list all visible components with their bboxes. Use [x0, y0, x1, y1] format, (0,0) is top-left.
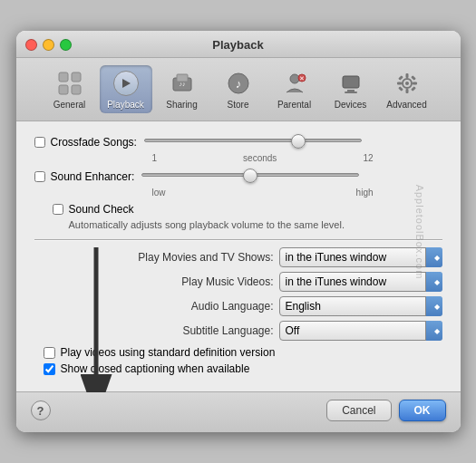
svg-rect-20 [397, 82, 402, 85]
sound-enhancer-checkbox[interactable] [34, 171, 45, 182]
section-divider [34, 239, 442, 240]
crossfade-section: Crossfade Songs: 1 seconds 12 [34, 134, 442, 163]
sharing-label: Sharing [166, 100, 197, 110]
standard-def-row: Play videos using standard definition ve… [44, 346, 442, 359]
svg-rect-24 [398, 86, 403, 92]
audio-lang-select-wrapper: English French Spanish [279, 296, 442, 316]
dropdown-area: Play Movies and TV Shows: in the iTunes … [34, 247, 442, 341]
toolbar-item-playback[interactable]: Playback [100, 65, 152, 113]
crossfade-min-label: 1 [152, 153, 158, 163]
preferences-window: Playback General [16, 31, 461, 432]
cancel-button[interactable]: Cancel [326, 400, 391, 421]
playback-icon [112, 69, 141, 98]
movies-dropdown-label: Play Movies and TV Shows: [138, 251, 273, 264]
watermark: AppletoolBox.com [414, 184, 425, 279]
svg-text:♪♪: ♪♪ [179, 81, 185, 87]
help-button[interactable]: ? [31, 400, 51, 420]
dropdown-row-music-videos: Play Music Videos: in the iTunes window … [107, 272, 442, 292]
bottom-bar: ? Cancel OK [16, 391, 461, 432]
toolbar-item-parental[interactable]: ✕ Parental [268, 65, 321, 113]
dropdown-row-audio-lang: Audio Language: English French Spanish [107, 296, 442, 316]
sound-check-checkbox[interactable] [53, 204, 63, 215]
svg-point-10 [290, 74, 299, 83]
svg-text:✕: ✕ [299, 75, 305, 82]
window-title: Playback [212, 38, 263, 52]
svg-rect-3 [72, 85, 81, 94]
svg-marker-4 [122, 79, 131, 88]
svg-point-17 [405, 82, 409, 85]
toolbar: General Playback ♪♪ Sharing [16, 58, 461, 121]
toolbar-item-devices[interactable]: Devices [325, 65, 377, 113]
toolbar-item-sharing[interactable]: ♪♪ Sharing [156, 65, 209, 113]
sound-enhancer-label: Sound Enhancer: [51, 170, 135, 183]
title-bar: Playback [16, 31, 461, 58]
close-button[interactable] [25, 39, 37, 51]
closed-caption-label: Show closed captioning when available [61, 362, 250, 375]
audio-lang-dropdown-label: Audio Language: [191, 300, 274, 313]
window-controls [25, 39, 72, 51]
dropdown-row-subtitle-lang: Subtitle Language: Off English French [107, 321, 442, 341]
svg-rect-19 [405, 89, 408, 93]
sound-check-section: Sound Check Automatically adjusts song p… [34, 203, 442, 230]
store-label: Store [228, 100, 249, 110]
general-label: General [53, 100, 86, 110]
svg-rect-25 [411, 86, 416, 92]
sound-enhancer-max-label: high [356, 188, 374, 198]
advanced-icon [393, 69, 422, 98]
svg-rect-0 [59, 72, 68, 82]
general-icon [55, 69, 84, 98]
audio-lang-dropdown[interactable]: English French Spanish [279, 296, 442, 316]
standard-def-checkbox[interactable] [44, 347, 55, 359]
crossfade-label: Crossfade Songs: [51, 136, 137, 149]
toolbar-item-advanced[interactable]: Advanced [381, 65, 433, 113]
svg-rect-2 [59, 85, 68, 94]
svg-rect-18 [405, 73, 408, 78]
sound-enhancer-min-label: low [152, 188, 166, 198]
subtitle-lang-select-wrapper: Off English French [279, 321, 442, 341]
parental-icon: ✕ [280, 69, 309, 98]
sound-enhancer-section: Sound Enhancer: low high [34, 169, 442, 198]
devices-icon [336, 69, 365, 98]
crossfade-checkbox[interactable] [34, 137, 45, 148]
svg-text:♪: ♪ [235, 77, 241, 91]
action-buttons: Cancel OK [326, 400, 445, 421]
crossfade-row: Crossfade Songs: [34, 134, 442, 150]
playback-label: Playback [107, 100, 144, 110]
crossfade-unit-label: seconds [243, 153, 277, 163]
dropdown-row-movies: Play Movies and TV Shows: in the iTunes … [107, 247, 442, 267]
maximize-button[interactable] [60, 39, 72, 51]
parental-label: Parental [277, 100, 311, 110]
standard-def-label: Play videos using standard definition ve… [61, 346, 276, 359]
store-icon: ♪ [224, 69, 253, 98]
toolbar-item-general[interactable]: General [44, 65, 96, 113]
sound-check-description: Automatically adjusts song playback volu… [53, 219, 442, 230]
closed-caption-row: Show closed captioning when available [44, 362, 442, 375]
ok-button[interactable]: OK [399, 400, 446, 421]
crossfade-max-label: 12 [363, 153, 373, 163]
sound-enhancer-slider[interactable] [141, 169, 359, 181]
sound-check-row: Sound Check [53, 203, 442, 216]
crossfade-slider[interactable] [144, 134, 362, 147]
minimize-button[interactable] [43, 39, 54, 51]
bottom-checkboxes: Play videos using standard definition ve… [34, 346, 442, 375]
svg-rect-21 [413, 82, 417, 85]
toolbar-item-store[interactable]: ♪ Store [212, 65, 265, 113]
dropdown-rows-container: Play Movies and TV Shows: in the iTunes … [34, 247, 442, 341]
svg-rect-15 [345, 92, 357, 93]
sound-enhancer-row: Sound Enhancer: [34, 169, 442, 184]
sound-check-label: Sound Check [69, 203, 134, 216]
music-videos-dropdown-label: Play Music Videos: [181, 275, 273, 288]
svg-rect-22 [398, 75, 403, 81]
svg-rect-13 [343, 76, 359, 88]
closed-caption-checkbox[interactable] [44, 363, 55, 375]
sharing-icon: ♪♪ [168, 69, 197, 98]
content-area: Crossfade Songs: 1 seconds 12 Sound Enha… [16, 121, 461, 391]
svg-rect-1 [72, 72, 81, 82]
advanced-label: Advanced [386, 100, 426, 110]
subtitle-lang-dropdown[interactable]: Off English French [279, 321, 442, 341]
subtitle-lang-dropdown-label: Subtitle Language: [182, 324, 273, 337]
devices-label: Devices [335, 100, 367, 110]
svg-rect-23 [411, 75, 416, 81]
